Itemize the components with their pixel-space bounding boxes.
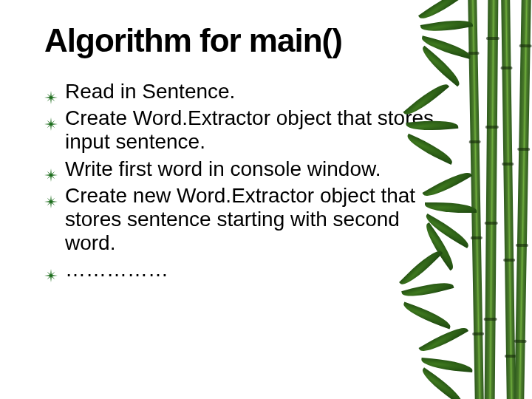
bullet-list: Read in Sentence. Create Word.Extractor … [44, 80, 443, 282]
bullet-text: Create Word.Extractor object that stores… [65, 106, 443, 154]
bullet-text: Read in Sentence. [65, 80, 443, 103]
starburst-icon [44, 112, 58, 126]
bullet-text: …………… [65, 258, 443, 282]
list-item: Create Word.Extractor object that stores… [44, 106, 443, 154]
list-item: Write first word in console window. [44, 157, 443, 181]
list-item: Read in Sentence. [44, 80, 443, 103]
bullet-text: Create new Word.Extractor object that st… [65, 184, 443, 256]
starburst-icon [44, 190, 58, 203]
starburst-icon [44, 86, 58, 99]
slide: Algorithm for main() Read in Sentence. C… [0, 0, 532, 399]
list-item: Create new Word.Extractor object that st… [44, 184, 443, 256]
starburst-icon [44, 264, 58, 277]
starburst-icon [44, 163, 58, 177]
list-item: …………… [44, 258, 443, 282]
bamboo-decoration [451, 0, 532, 399]
slide-title: Algorithm for main() [44, 22, 502, 59]
bullet-text: Write first word in console window. [65, 157, 443, 181]
